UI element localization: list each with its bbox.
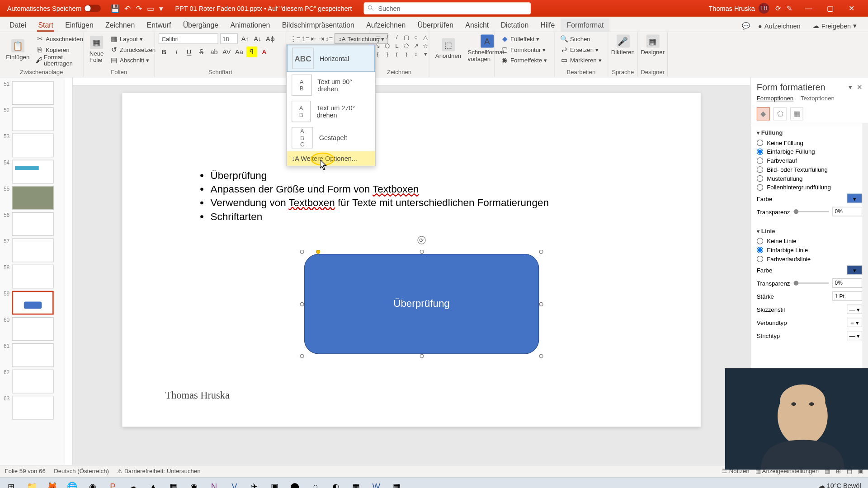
bullet-list[interactable]: Überprüfung Anpassen der Größe und Form …: [200, 169, 549, 224]
save-icon[interactable]: 💾: [110, 4, 120, 13]
telegram-icon[interactable]: ✈: [245, 478, 264, 488]
start-button[interactable]: ⊞: [2, 478, 20, 488]
restore-button[interactable]: ▢: [819, 0, 840, 17]
fill-gradient-radio[interactable]: Farbverlauf: [757, 156, 862, 165]
italic-button[interactable]: I: [171, 47, 182, 57]
select-button[interactable]: ▭Markieren ▾: [558, 55, 604, 66]
section-button[interactable]: ▤Abschnitt ▾: [108, 55, 158, 66]
undo-icon[interactable]: ↶: [124, 4, 131, 13]
effects-icon[interactable]: ⬠: [774, 107, 787, 120]
tab-shape-options[interactable]: Formoptionen: [757, 95, 793, 102]
slide-canvas[interactable]: Überprüfung Anpassen der Größe und Form …: [122, 93, 700, 427]
powerpoint-icon[interactable]: P: [104, 478, 122, 488]
app3-icon[interactable]: ◉: [185, 478, 203, 488]
dash-type[interactable]: — ▾: [847, 331, 862, 340]
search-box[interactable]: Suchen: [364, 2, 531, 14]
shape-fill-button[interactable]: ◆Fülleffekt ▾: [499, 33, 551, 44]
tab-dictation[interactable]: Dictation: [495, 19, 534, 32]
close-button[interactable]: ✕: [841, 0, 862, 17]
thumb-58[interactable]: [12, 265, 53, 289]
fill-solid-radio[interactable]: Einfarbige Füllung: [757, 147, 862, 156]
section-fill[interactable]: Füllung: [757, 127, 862, 138]
line-gradient-radio[interactable]: Farbverlaufslinie: [757, 254, 862, 263]
arrange-button[interactable]: ⬚Anordnen: [433, 37, 464, 60]
thumb-63[interactable]: [12, 396, 53, 420]
obs-icon[interactable]: ⬤: [286, 478, 304, 488]
clear-format-icon[interactable]: Aϕ: [265, 33, 276, 44]
app8-icon[interactable]: ▦: [387, 478, 406, 488]
firefox-icon[interactable]: 🦊: [43, 478, 61, 488]
shrink-font-icon[interactable]: A↓: [252, 33, 263, 44]
onenote-icon[interactable]: N: [205, 478, 223, 488]
document-title[interactable]: PPT 01 Roter Faden 001.pptx • Auf "diese…: [168, 5, 359, 12]
tab-uebergaenge[interactable]: Übergänge: [177, 19, 224, 32]
thumb-52[interactable]: [12, 107, 53, 131]
tab-ueberpruefen[interactable]: Überprüfen: [412, 19, 460, 32]
cut-button[interactable]: ✂Ausschneiden: [34, 33, 85, 44]
pane-options-icon[interactable]: ▾: [849, 84, 852, 91]
font-size[interactable]: 18: [220, 33, 238, 44]
app-icon[interactable]: ☁: [124, 478, 142, 488]
thumb-57[interactable]: [12, 239, 53, 263]
app2-icon[interactable]: ▦: [165, 478, 183, 488]
new-slide-button[interactable]: ▦Neue Folie: [87, 35, 106, 65]
fill-pattern-radio[interactable]: Musterfüllung: [757, 174, 862, 183]
fill-slidebg-radio[interactable]: Folienhintergrundfüllung: [757, 183, 862, 192]
spacing-button[interactable]: AV: [221, 47, 232, 57]
shape-effects-button[interactable]: ◉Formeffekte ▾: [499, 55, 551, 66]
case-button[interactable]: Aa: [234, 47, 245, 57]
bullets-button[interactable]: ⋮≡: [290, 33, 300, 44]
fill-transp-slider[interactable]: [793, 211, 829, 212]
language-status[interactable]: Deutsch (Österreich): [54, 468, 109, 474]
textdir-more-options[interactable]: ↕A Weitere Optionen...: [287, 151, 375, 166]
section-line[interactable]: Linie: [757, 225, 862, 237]
tab-hilfe[interactable]: Hilfe: [534, 19, 561, 32]
reset-button[interactable]: ↺Zurücksetzen: [108, 44, 158, 55]
sketch-style[interactable]: — ▾: [847, 305, 862, 314]
format-painter-button[interactable]: 🖌Format übertragen: [34, 55, 85, 66]
thumb-55[interactable]: [12, 186, 53, 210]
designer-button[interactable]: ▦Designer: [642, 33, 664, 56]
replace-button[interactable]: ⇄Ersetzen ▾: [558, 44, 604, 55]
user-account[interactable]: Thomas Hruska TH: [708, 3, 769, 14]
thumb-59[interactable]: [12, 291, 53, 315]
more-icon[interactable]: ▾: [159, 4, 163, 13]
compound-type[interactable]: ≡ ▾: [847, 318, 862, 327]
textdir-stacked[interactable]: ABCGestapelt: [287, 125, 375, 151]
rounded-rect-shape[interactable]: Überprüfung: [304, 254, 539, 354]
font-color-button[interactable]: A: [259, 47, 269, 57]
pane-close-icon[interactable]: ✕: [857, 84, 862, 91]
tab-formformat[interactable]: Formformat: [561, 19, 609, 32]
vlc-icon[interactable]: ▲: [144, 478, 162, 488]
tab-text-options[interactable]: Textoptionen: [801, 95, 835, 102]
visio-icon[interactable]: V: [226, 478, 244, 488]
chrome-icon[interactable]: 🌐: [63, 478, 81, 488]
outdent-button[interactable]: ⇤: [311, 33, 316, 44]
rotate-handle[interactable]: ⟳: [417, 236, 425, 244]
textdir-rot270[interactable]: ABText um 270° drehen: [287, 99, 375, 125]
shape-outline-button[interactable]: ▢Formkontur ▾: [499, 44, 551, 55]
tab-bildschirm[interactable]: Bildschirmpräsentation: [276, 19, 360, 32]
fill-color-swatch[interactable]: ▾: [847, 194, 862, 203]
indent-button[interactable]: ⇥: [318, 33, 324, 44]
textdir-horizontal[interactable]: ABCHorizontal: [287, 45, 375, 72]
thumb-53[interactable]: [12, 133, 53, 157]
dictate-button[interactable]: 🎤Diktieren: [612, 33, 634, 56]
app6-icon[interactable]: ◐: [327, 478, 345, 488]
linespacing-button[interactable]: ↕≡: [326, 33, 333, 44]
line-transp-value[interactable]: 0%: [832, 278, 862, 288]
author-text[interactable]: Thomas Hruska: [165, 390, 230, 402]
weather-widget[interactable]: ☁ 10°C Bewöl: [818, 482, 861, 488]
minimize-button[interactable]: —: [798, 0, 819, 17]
record-button[interactable]: ● Aufzeichnen: [754, 21, 805, 32]
sync-icon[interactable]: ⟳: [775, 5, 781, 12]
thumb-51[interactable]: [12, 81, 53, 105]
grow-font-icon[interactable]: A↑: [240, 33, 250, 44]
explorer-icon[interactable]: 📁: [23, 478, 41, 488]
thumb-62[interactable]: [12, 370, 53, 394]
adjust-handle[interactable]: [316, 250, 320, 254]
textdir-rot90[interactable]: ABText um 90° drehen: [287, 72, 375, 99]
app4-icon[interactable]: ▣: [266, 478, 284, 488]
app5-icon[interactable]: ○: [307, 478, 325, 488]
thumb-56[interactable]: [12, 212, 53, 236]
